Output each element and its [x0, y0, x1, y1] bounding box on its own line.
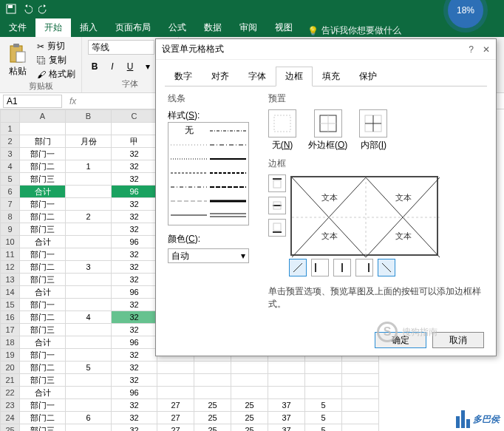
- cell[interactable]: [231, 387, 268, 399]
- row-header[interactable]: 22: [1, 387, 20, 399]
- cell[interactable]: [112, 123, 157, 135]
- cell[interactable]: 32: [112, 148, 157, 160]
- cell[interactable]: [157, 374, 194, 387]
- tab-file[interactable]: 文件: [0, 18, 35, 37]
- cell[interactable]: 32: [112, 299, 157, 311]
- cell[interactable]: 甲: [112, 135, 157, 148]
- cancel-button[interactable]: 取消: [432, 332, 484, 348]
- row-header[interactable]: 5: [1, 173, 20, 186]
- cell[interactable]: 部门二: [20, 211, 66, 223]
- row-header[interactable]: 24: [1, 412, 20, 424]
- cell[interactable]: 合计: [20, 286, 66, 299]
- cell[interactable]: 部门一: [20, 148, 66, 160]
- underline-dropdown[interactable]: ▾: [141, 60, 154, 73]
- cell[interactable]: [268, 387, 305, 399]
- cell[interactable]: 部门三: [20, 274, 66, 286]
- cell[interactable]: 月份: [66, 135, 112, 148]
- row-header[interactable]: 9: [1, 223, 20, 236]
- row-header[interactable]: 14: [1, 286, 20, 299]
- cell[interactable]: 部门一: [20, 399, 66, 412]
- cell[interactable]: [342, 362, 379, 374]
- cell[interactable]: [66, 248, 112, 261]
- line-style-none[interactable]: 无: [170, 124, 208, 137]
- cell[interactable]: [20, 123, 66, 135]
- cell[interactable]: 部门三: [20, 374, 66, 387]
- cell[interactable]: 部门一: [20, 248, 66, 261]
- col-header[interactable]: B: [66, 110, 112, 123]
- cell[interactable]: 32: [112, 261, 157, 274]
- line-style-opt[interactable]: [170, 152, 208, 165]
- preset-outline-button[interactable]: 外边框(O): [308, 109, 347, 152]
- line-style-opt[interactable]: [170, 166, 208, 179]
- row-header[interactable]: 21: [1, 374, 20, 387]
- cell[interactable]: 32: [112, 160, 157, 173]
- cell[interactable]: 5: [66, 362, 112, 374]
- cell[interactable]: [66, 186, 112, 198]
- tab-review[interactable]: 审阅: [231, 18, 266, 37]
- row-header[interactable]: 13: [1, 274, 20, 286]
- cell[interactable]: [342, 424, 379, 432]
- cell[interactable]: 32: [112, 362, 157, 374]
- border-right-button[interactable]: [355, 259, 373, 276]
- cell[interactable]: 32: [112, 248, 157, 261]
- tab-data[interactable]: 数据: [195, 18, 231, 37]
- cell[interactable]: 部门三: [20, 324, 66, 336]
- cell[interactable]: 部门二: [20, 311, 66, 324]
- tab-view[interactable]: 视图: [266, 18, 302, 37]
- line-style-opt[interactable]: [170, 208, 208, 221]
- italic-button[interactable]: I: [106, 60, 119, 73]
- cell[interactable]: 部门二: [20, 261, 66, 274]
- tab-home[interactable]: 开始: [35, 18, 71, 37]
- cell[interactable]: 部门三: [20, 424, 66, 432]
- cell[interactable]: [268, 362, 305, 374]
- cell[interactable]: 32: [112, 374, 157, 387]
- border-left-button[interactable]: [311, 259, 329, 276]
- font-family-combo[interactable]: 等线: [88, 40, 154, 55]
- cell[interactable]: 32: [112, 223, 157, 236]
- tab-fill[interactable]: 填充: [313, 67, 350, 86]
- cell[interactable]: [66, 374, 112, 387]
- cell[interactable]: [66, 349, 112, 362]
- border-diag-down-button[interactable]: [378, 259, 395, 276]
- tab-layout[interactable]: 页面布局: [106, 18, 160, 37]
- line-style-opt[interactable]: [209, 194, 247, 207]
- cell[interactable]: [157, 362, 194, 374]
- redo-icon[interactable]: [38, 4, 49, 14]
- row-header[interactable]: 8: [1, 211, 20, 223]
- cell[interactable]: 25: [231, 399, 268, 412]
- cell[interactable]: 部门三: [20, 223, 66, 236]
- cell[interactable]: 27: [157, 412, 194, 424]
- color-combo[interactable]: 自动 ▾: [168, 248, 249, 263]
- cell[interactable]: [194, 362, 231, 374]
- border-preview[interactable]: 文本 文本 文本 文本: [290, 176, 438, 256]
- col-header[interactable]: A: [20, 110, 66, 123]
- tab-font[interactable]: 字体: [239, 67, 276, 86]
- cell[interactable]: 37: [268, 399, 305, 412]
- row-header[interactable]: 4: [1, 160, 20, 173]
- row-header[interactable]: 2: [1, 135, 20, 148]
- cell[interactable]: [66, 387, 112, 399]
- cell[interactable]: 32: [112, 274, 157, 286]
- cell[interactable]: 96: [112, 286, 157, 299]
- cell[interactable]: 部门一: [20, 299, 66, 311]
- tab-number[interactable]: 数字: [165, 67, 202, 86]
- cell[interactable]: [66, 223, 112, 236]
- cell[interactable]: [66, 236, 112, 248]
- save-icon[interactable]: [6, 4, 16, 14]
- row-header[interactable]: 7: [1, 198, 20, 211]
- cell[interactable]: 25: [231, 424, 268, 432]
- cell[interactable]: [305, 387, 342, 399]
- cell[interactable]: 4: [66, 311, 112, 324]
- tell-me[interactable]: 💡 告诉我你想要做什么: [307, 24, 401, 37]
- cell[interactable]: [157, 387, 194, 399]
- border-top-button[interactable]: [268, 174, 286, 192]
- border-diag-up-button[interactable]: [289, 259, 307, 276]
- cell[interactable]: 部门二: [20, 362, 66, 374]
- row-header[interactable]: 3: [1, 148, 20, 160]
- cell[interactable]: [231, 374, 268, 387]
- cell[interactable]: 25: [231, 412, 268, 424]
- line-style-opt[interactable]: [170, 180, 208, 193]
- tab-align[interactable]: 对齐: [202, 67, 239, 86]
- cell[interactable]: [66, 198, 112, 211]
- cell[interactable]: 96: [112, 186, 157, 198]
